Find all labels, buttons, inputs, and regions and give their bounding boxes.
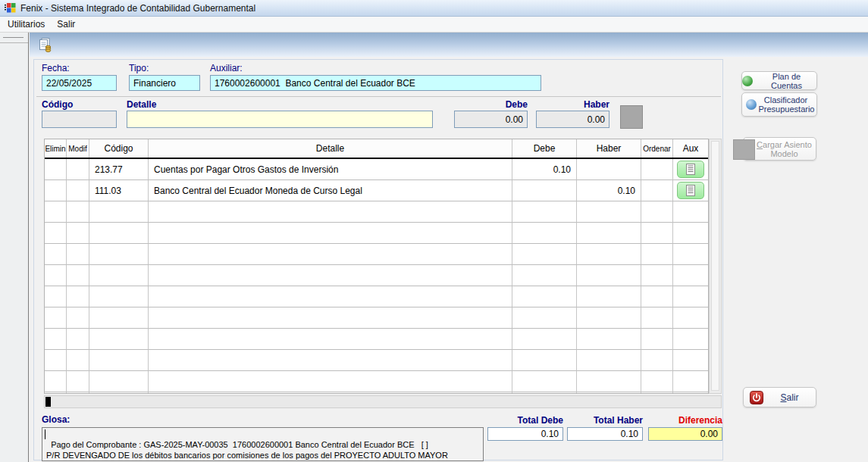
tipo-label: Tipo: xyxy=(129,63,149,73)
horizontal-scrollbar-thumb[interactable] xyxy=(45,397,51,407)
cell-aux xyxy=(673,392,708,394)
aux-button[interactable] xyxy=(677,182,704,199)
cell-aux[interactable] xyxy=(673,159,708,180)
cell-aux xyxy=(673,329,708,350)
app-windows-logo-icon xyxy=(4,2,16,14)
copy-document-coins-icon xyxy=(37,37,52,52)
cell-detalle[interactable]: Banco Central del Ecuador Moneda de Curs… xyxy=(149,180,512,201)
cell-modif xyxy=(67,350,89,371)
header-cell-detalle: Detalle xyxy=(149,139,512,158)
cell-modif xyxy=(67,244,89,265)
header-cell-elimin: Elimin xyxy=(45,139,67,158)
cell-codigo xyxy=(89,223,149,244)
window-title: Fenix - Sistema Integrado de Contabilida… xyxy=(20,3,255,14)
salir-button[interactable]: Salir xyxy=(743,387,816,407)
cell-haber[interactable] xyxy=(577,159,641,180)
table-row-empty xyxy=(45,392,708,394)
total-debe-label: Total Debe xyxy=(487,415,563,426)
clasificador-label: Clasificador Presupuestario xyxy=(759,95,813,114)
cell-elimin xyxy=(45,392,67,394)
menu-item-salir[interactable]: Salir xyxy=(51,17,81,31)
cell-haber xyxy=(577,350,641,371)
cell-ordenar xyxy=(641,350,673,371)
cell-debe[interactable] xyxy=(512,180,577,201)
diferencia-label: Diferencia xyxy=(648,415,722,426)
header-cell-ordenar: Ordenar xyxy=(641,139,673,158)
cell-elimin xyxy=(45,371,67,392)
horizontal-scrollbar[interactable] xyxy=(44,395,722,408)
cell-codigo xyxy=(89,265,149,286)
fecha-field[interactable]: 22/05/2025 xyxy=(42,75,117,91)
table-row-empty xyxy=(45,371,708,392)
panel-grip[interactable] xyxy=(0,33,28,43)
vertical-scrollbar[interactable] xyxy=(709,139,722,394)
cell-codigo[interactable]: 213.77 xyxy=(89,159,149,180)
cell-detalle xyxy=(149,307,512,329)
header-cell-modif: Modif xyxy=(67,139,89,158)
cell-detalle xyxy=(149,201,512,223)
codigo-input[interactable] xyxy=(42,111,117,128)
cell-elimin xyxy=(45,265,67,286)
aux-button[interactable] xyxy=(677,161,704,178)
cell-aux xyxy=(673,265,708,286)
cell-modif[interactable] xyxy=(67,180,89,201)
cell-haber xyxy=(577,329,641,350)
cell-haber xyxy=(577,223,641,244)
toolbar xyxy=(30,33,868,57)
menu-item-utilitarios[interactable]: Utilitarios xyxy=(2,17,51,31)
cell-detalle xyxy=(149,392,512,394)
plan-de-cuentas-button[interactable]: Plan de Cuentas xyxy=(741,71,817,90)
table-row-empty xyxy=(45,244,708,265)
cell-aux xyxy=(673,371,708,392)
detalle-label: Detalle xyxy=(127,99,156,110)
tipo-field[interactable]: Financiero xyxy=(129,75,200,91)
auxiliar-field[interactable]: 1760002600001 Banco Central del Ecuador … xyxy=(210,75,541,91)
header-cell-debe: Debe xyxy=(512,139,577,158)
cell-debe xyxy=(512,350,577,371)
cell-aux xyxy=(673,223,708,244)
cell-ordenar xyxy=(641,392,673,394)
clasificador-presupuestario-button[interactable]: Clasificador Presupuestario xyxy=(741,92,817,117)
cell-codigo[interactable]: 111.03 xyxy=(89,180,149,201)
cell-ordenar xyxy=(641,371,673,392)
fecha-label: Fecha: xyxy=(42,63,70,73)
cell-debe xyxy=(512,265,577,286)
cell-detalle xyxy=(149,286,512,307)
cell-debe xyxy=(512,201,577,223)
entry-action-placeholder-button[interactable] xyxy=(620,105,643,129)
glosa-textarea[interactable]: Pago del Comprobante : GAS-2025-MAY-0003… xyxy=(42,427,484,461)
cell-haber[interactable]: 0.10 xyxy=(577,180,641,201)
cargar-asiento-label: Cargar Asiento Modelo xyxy=(754,140,815,158)
vertical-scrollbar-thumb[interactable] xyxy=(711,141,719,391)
cell-debe xyxy=(512,392,577,394)
cell-haber xyxy=(577,371,641,392)
cell-modif[interactable] xyxy=(67,159,89,180)
cell-ordenar xyxy=(641,223,673,244)
table-row-empty xyxy=(45,329,708,350)
cell-detalle[interactable]: Cuentas por Pagar Otros Gastos de Invers… xyxy=(149,159,512,180)
cell-elimin xyxy=(45,307,67,329)
cell-aux xyxy=(673,307,708,329)
cell-elimin[interactable] xyxy=(45,180,67,201)
left-collapsed-panel[interactable] xyxy=(0,33,29,462)
cell-elimin[interactable] xyxy=(45,159,67,180)
cell-modif xyxy=(67,307,89,329)
cell-aux[interactable] xyxy=(673,180,708,201)
cell-detalle xyxy=(149,350,512,371)
cell-debe[interactable]: 0.10 xyxy=(512,159,577,180)
cell-codigo xyxy=(89,350,149,371)
cell-codigo xyxy=(89,201,149,223)
cell-ordenar xyxy=(641,307,673,329)
copy-voucher-button[interactable] xyxy=(36,36,54,54)
detalle-input[interactable] xyxy=(127,111,433,128)
total-debe-field: 0.10 xyxy=(487,427,563,441)
cell-debe xyxy=(512,286,577,307)
table-row-empty xyxy=(45,307,708,329)
cell-modif xyxy=(67,265,89,286)
cell-debe xyxy=(512,307,577,329)
cell-elimin xyxy=(45,201,67,223)
debe-input: 0.00 xyxy=(454,111,528,128)
cell-haber xyxy=(577,244,641,265)
table-row-empty xyxy=(45,201,708,223)
green-sphere-icon xyxy=(742,76,753,86)
